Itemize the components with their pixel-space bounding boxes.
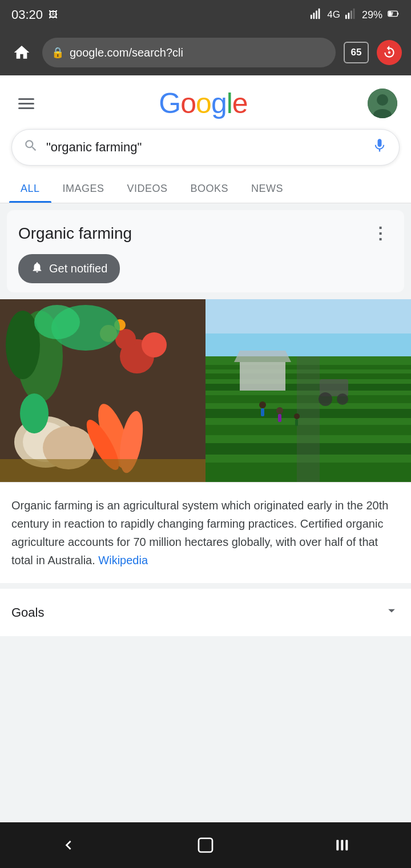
knowledge-panel-header: Organic farming ⋮ — [18, 222, 393, 245]
wikipedia-link[interactable]: Wikipedia — [98, 554, 148, 566]
back-button[interactable] — [46, 822, 91, 868]
svg-point-52 — [259, 401, 266, 408]
menu-lines-icon — [18, 98, 34, 109]
svg-rect-58 — [199, 838, 212, 852]
tab-count-button[interactable]: 65 — [344, 42, 369, 63]
svg-rect-61 — [345, 840, 348, 851]
tab-all[interactable]: ALL — [9, 175, 51, 203]
search-icon — [23, 138, 38, 156]
more-options-button[interactable]: ⋮ — [368, 222, 393, 245]
status-bar-right: 4G 29% — [310, 7, 400, 23]
hamburger-menu-button[interactable] — [14, 94, 39, 114]
signal2-icon — [345, 7, 357, 23]
notify-label: Get notified — [49, 262, 107, 275]
svg-point-50 — [319, 392, 332, 406]
tab-videos[interactable]: VIDEOS — [116, 175, 179, 203]
svg-point-54 — [276, 407, 283, 414]
svg-rect-5 — [348, 13, 349, 19]
svg-rect-0 — [311, 14, 312, 18]
voice-search-icon[interactable] — [372, 138, 388, 158]
tab-images[interactable]: IMAGES — [51, 175, 116, 203]
svg-point-56 — [294, 413, 300, 419]
status-bar: 03:20 🖼 4G 29% — [0, 0, 411, 30]
address-bar[interactable]: 🔒 google.com/search?cli — [42, 38, 336, 67]
browser-bar: 🔒 google.com/search?cli 65 — [0, 30, 411, 75]
svg-rect-10 — [397, 13, 398, 15]
svg-rect-1 — [313, 13, 315, 19]
svg-rect-47 — [240, 362, 285, 391]
battery-percent: 29% — [362, 9, 382, 21]
svg-rect-57 — [295, 419, 298, 426]
google-logo: Google — [159, 87, 247, 120]
status-time: 03:20 — [11, 7, 43, 22]
svg-marker-48 — [234, 351, 291, 362]
svg-rect-36 — [206, 299, 411, 333]
bell-icon — [31, 261, 43, 276]
get-notified-button[interactable]: Get notified — [18, 254, 120, 283]
knowledge-panel: Organic farming ⋮ Get notified — [7, 210, 404, 292]
search-bar-container: "organic farming" — [0, 120, 411, 175]
svg-rect-2 — [316, 10, 317, 19]
search-tabs-bar: ALL IMAGES VIDEOS BOOKS NEWS — [0, 175, 411, 203]
bottom-navigation — [0, 822, 411, 868]
svg-rect-55 — [278, 414, 281, 422]
tab-news[interactable]: NEWS — [240, 175, 295, 203]
svg-rect-60 — [341, 840, 343, 851]
lock-icon: 🔒 — [51, 46, 64, 59]
search-bar[interactable]: "organic farming" — [11, 129, 400, 166]
svg-rect-34 — [0, 459, 206, 482]
url-text: google.com/search?cli — [70, 46, 327, 59]
update-button[interactable] — [377, 40, 402, 65]
goals-label: Goals — [11, 605, 44, 620]
svg-rect-46 — [297, 356, 320, 482]
chevron-down-icon — [384, 602, 400, 622]
svg-rect-53 — [261, 408, 264, 416]
svg-rect-3 — [319, 8, 320, 18]
svg-point-33 — [20, 393, 49, 433]
images-section — [0, 299, 411, 482]
battery-icon — [387, 7, 400, 23]
vegetable-image[interactable] — [0, 299, 206, 482]
4g-label: 4G — [327, 9, 340, 21]
svg-rect-59 — [336, 840, 339, 851]
svg-point-27 — [142, 332, 167, 357]
knowledge-panel-title: Organic farming — [18, 224, 132, 243]
recents-button[interactable] — [320, 822, 365, 868]
svg-point-15 — [377, 94, 388, 106]
svg-point-51 — [337, 393, 348, 405]
svg-rect-7 — [353, 8, 355, 18]
gallery-icon: 🖼 — [49, 10, 58, 20]
description-section: Organic farming is an agricultural syste… — [0, 482, 411, 583]
tab-books[interactable]: BOOKS — [179, 175, 240, 203]
avatar[interactable] — [368, 89, 397, 118]
description-text: Organic farming is an agricultural syste… — [11, 496, 400, 569]
google-header: Google — [0, 75, 411, 120]
farm-field-image[interactable] — [206, 299, 411, 482]
search-query-text: "organic farming" — [46, 140, 364, 155]
home-button[interactable] — [9, 40, 34, 65]
svg-point-13 — [388, 51, 390, 54]
home-nav-button[interactable] — [183, 822, 228, 868]
goals-section[interactable]: Goals — [0, 583, 411, 636]
svg-rect-4 — [345, 14, 347, 18]
svg-point-32 — [34, 305, 80, 339]
signal-icon — [310, 7, 323, 23]
svg-rect-6 — [350, 10, 352, 19]
status-bar-left: 03:20 🖼 — [11, 7, 58, 22]
